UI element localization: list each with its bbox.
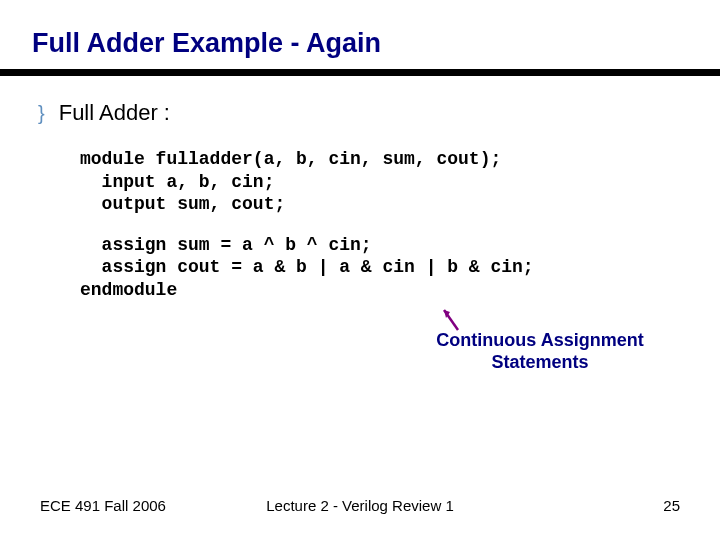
annotation-text: Continuous Assignment Statements (410, 330, 670, 373)
footer-left: ECE 491 Fall 2006 (40, 497, 166, 514)
annotation-callout: Continuous Assignment Statements (410, 324, 670, 373)
page-title: Full Adder Example - Again (32, 28, 688, 59)
code-block-decl: module fulladder(a, b, cin, sum, cout); … (80, 148, 688, 216)
footer-center: Lecture 2 - Verilog Review 1 (266, 497, 454, 514)
footer-right: 25 (663, 497, 680, 514)
footer: ECE 491 Fall 2006 Lecture 2 - Verilog Re… (0, 497, 720, 514)
arrow-icon (436, 304, 466, 334)
slide: Full Adder Example - Again } Full Adder … (0, 0, 720, 540)
code-block-assign: assign sum = a ^ b ^ cin; assign cout = … (80, 234, 688, 302)
bullet-marker: } (38, 102, 45, 125)
code-area: module fulladder(a, b, cin, sum, cout); … (80, 148, 688, 301)
bullet-item: } Full Adder : (38, 100, 688, 126)
divider (0, 69, 720, 76)
bullet-text: Full Adder : (59, 100, 170, 126)
